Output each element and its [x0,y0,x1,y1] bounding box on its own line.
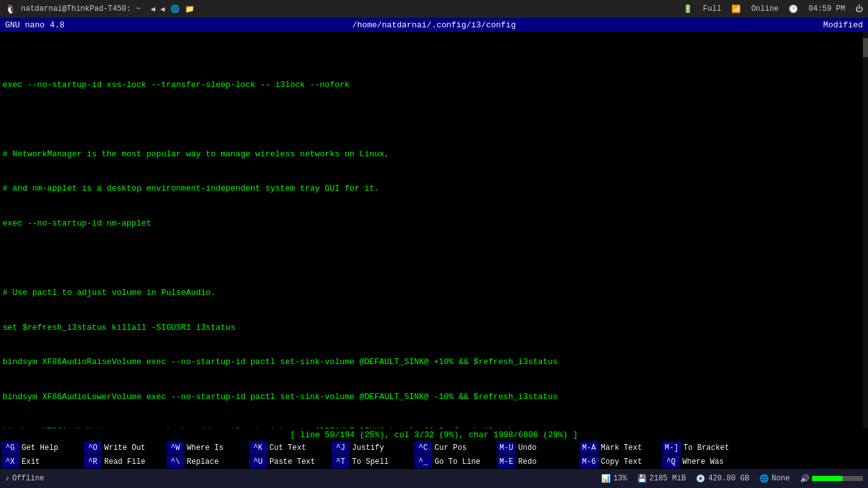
shortcut-item[interactable]: M-]To Bracket [662,441,745,455]
shortcut-item[interactable]: M-ERedo [497,455,580,469]
music-icon: ♪ [5,474,10,483]
clock-icon: 🕐 [789,4,798,14]
editor[interactable]: exec --no-startup-id xss-lock --transfer… [0,32,868,428]
shortcut-key: M-A [580,442,599,454]
line-2 [3,114,865,125]
shortcut-key: ^O [84,442,102,454]
shortcut-item[interactable]: M-6Copy Text [580,455,662,469]
cpu-label: 13% [613,474,627,483]
shortcut-item[interactable]: ^WWhere Is [166,441,249,455]
battery-label: Full [703,4,721,13]
shortcut-item[interactable]: ^XExit [1,455,84,469]
shortcut-key: ^R [84,456,102,468]
taskbar: ♪ Offline 📊 13% 💾 2185 MiB 💿 420.80 GB 🌐… [0,469,868,488]
shortcut-label: Where Was [680,456,726,468]
shortcut-label: To Spell [349,456,391,468]
shortcut-key: ^J [332,442,349,454]
shortcut-key: ^Q [662,456,680,468]
shortcut-key: ^U [249,456,267,468]
shortcut-label: Write Out [102,442,148,454]
shortcut-item[interactable]: ^_Go To Line [414,455,497,469]
shortcut-key: ^W [166,442,184,454]
scrollbar-thumb[interactable] [863,38,868,57]
network-icon: 📶 [731,4,741,14]
shortcut-key: ^K [249,442,267,454]
user-path: natdarnai@ThinkPad-T450: [21,4,131,13]
shortcut-item[interactable]: ^KCut Text [249,441,332,455]
taskbar-right: 📊 13% 💾 2185 MiB 💿 420.80 GB 🌐 None 🔊 [601,474,863,484]
shortcut-item[interactable]: M-AMark Text [580,441,662,455]
editor-content[interactable]: exec --no-startup-id xss-lock --transfer… [3,56,865,428]
shortcut-item[interactable]: ^TTo Spell [332,455,414,469]
disk-label: 420.80 GB [708,474,749,483]
nano-app: GNU nano 4.8 [5,20,65,30]
shortcut-label: Go To Line [432,456,483,468]
shortcut-label: Justify [349,442,386,454]
mem-icon: 💾 [637,474,647,484]
vol-bar [812,476,863,481]
shortcut-item[interactable]: ^\Replace [166,455,249,469]
line-3: # NetworkManager is the most popular way… [3,149,865,160]
shortcut-key: ^\ [166,456,184,468]
nano-filepath: /home/natdarnai/.config/i3/config [352,20,515,30]
shortcut-key: ^_ [414,456,432,468]
shortcut-bar-2: ^XExit^RRead File^\Replace^UPaste Text^T… [0,455,868,469]
app-icon: 🐧 [5,4,16,15]
taskbar-item-net: 🌐 None [759,474,790,484]
taskbar-item-mem: 💾 2185 MiB [637,474,686,484]
taskbar-item-offline: ♪ Offline [5,474,44,483]
shortcut-item[interactable]: ^GGet Help [1,441,84,455]
taskbar-left: ♪ Offline [5,474,591,483]
shortcut-item[interactable]: M-UUndo [497,441,580,455]
status-text: [ line 50/194 (25%), col 3/32 (9%), char… [290,430,578,440]
mem-label: 2185 MiB [649,474,686,483]
taskbar-item-vol: 🔊 [800,474,863,484]
shortcut-label: Paste Text [267,456,318,468]
shortcut-label: Cut Text [267,442,309,454]
shortcut-key: ^C [414,442,432,454]
shortcut-key: M-6 [580,456,599,468]
net-label: None [771,474,790,483]
shortcut-key: ^T [332,456,349,468]
line-11: bindsym XF86AudioMute exec --no-startup-… [3,426,865,428]
folder-icon[interactable]: 📁 [185,4,194,14]
shortcut-item[interactable]: ^QWhere Was [662,455,745,469]
shortcut-bar-1: ^GGet Help^OWrite Out^WWhere Is^KCut Tex… [0,441,868,455]
line-4: # and nm-applet is a desktop environment… [3,183,865,194]
cpu-icon: 📊 [601,474,611,484]
line-10: bindsym XF86AudioLowerVolume exec --no-s… [3,391,865,403]
shortcut-key: ^X [1,456,19,468]
shortcut-label: Read File [102,456,148,468]
shortcut-label: Redo [516,456,539,468]
globe-icon[interactable]: 🌐 [170,4,180,14]
shortcut-key: M-] [662,442,681,454]
shortcut-label: Copy Text [599,456,645,468]
shortcut-item[interactable]: ^CCur Pos [414,441,497,455]
taskbar-item-disk: 💿 420.80 GB [696,474,749,484]
line-7: # Use pactl to adjust volume in PulseAud… [3,287,865,299]
shortcut-item[interactable]: ^JJustify [332,441,414,455]
shortcut-label: Replace [184,456,221,468]
shortcut-item[interactable]: ^OWrite Out [84,441,166,455]
shortcut-key: ^G [1,442,19,454]
shortcut-label: Mark Text [599,442,645,454]
nano-status: Modified [824,20,863,30]
shortcut-label: Undo [516,442,539,454]
prev-icon[interactable]: ◀ [160,4,165,14]
shortcut-item[interactable]: ^UPaste Text [249,455,332,469]
status-bar: [ line 50/194 (25%), col 3/32 (9%), char… [0,428,868,441]
shortcut-item[interactable]: ^RRead File [84,455,166,469]
shortcut-key: M-E [497,456,516,468]
net-icon: 🌐 [759,474,769,484]
network-label: Online [751,4,778,13]
nano-header: GNU nano 4.8 /home/natdarnai/.config/i3/… [0,18,868,32]
power-icon[interactable]: ⏻ [855,4,863,14]
vol-icon: 🔊 [800,474,810,484]
shortcut-label: Exit [19,456,43,468]
topbar: 🐧 natdarnai@ThinkPad-T450: ~ ◀ ◀ 🌐 📁 🔋 F… [0,0,868,18]
scrollbar[interactable] [863,32,868,428]
line-5: exec --no-startup-id nm-applet [3,218,865,229]
shortcut-label: Cur Pos [432,442,469,454]
shortcut-label: To Bracket [681,442,732,454]
line-1: exec --no-startup-id xss-lock --transfer… [3,79,865,91]
